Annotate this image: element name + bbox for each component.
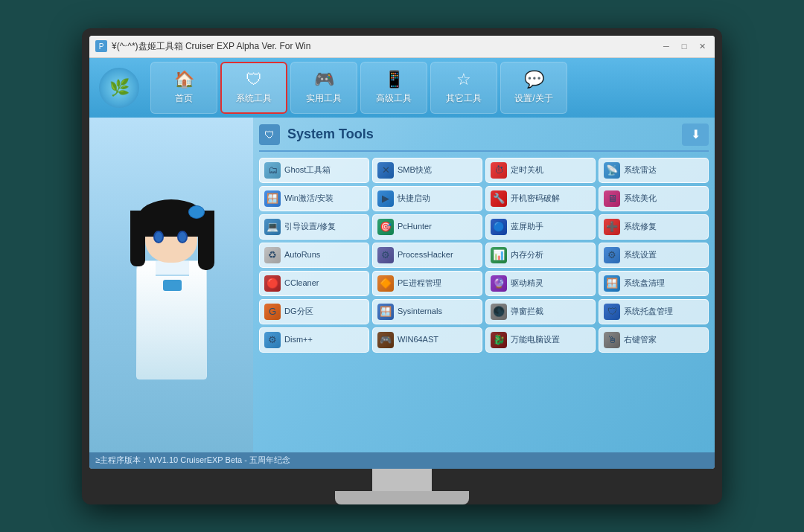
other-icon: ☆ xyxy=(456,70,471,89)
tool-btn-dism[interactable]: ⚙Dism++ xyxy=(259,327,369,353)
tool-btn-pe[interactable]: 🔶PE进程管理 xyxy=(372,271,482,296)
system-icon: 🛡 xyxy=(246,70,262,89)
tool-btn-smb[interactable]: ✕SMB快览 xyxy=(372,158,482,183)
nav-tab-other[interactable]: ☆ 其它工具 xyxy=(430,62,497,114)
tool-btn-processhacker[interactable]: ⚙ProcessHacker xyxy=(372,243,482,268)
logo-icon: 🌿 xyxy=(99,68,139,108)
tool-btn-win[interactable]: 🪟Win激活/安装 xyxy=(259,186,369,211)
status-text: ≥主程序版本：WV1.10 CruiserEXP Beta - 五周年纪念 xyxy=(95,455,290,466)
win64-label: WIN64AST xyxy=(398,335,438,344)
tool-btn-ccleaner[interactable]: 🔴CCleaner xyxy=(259,271,369,296)
timer-label: 定时关机 xyxy=(511,165,543,175)
tool-btn-radar[interactable]: 📡系统雷达 xyxy=(599,158,709,183)
dism-icon: ⚙ xyxy=(264,332,281,348)
nav-tab-home[interactable]: 🏠 首页 xyxy=(150,62,217,114)
content-area: 🛡 System Tools ⬇ 🗂Ghost工具箱✕SMB快览⏱定时关机📡系统… xyxy=(89,118,715,452)
tool-btn-pchunter[interactable]: 🎯PcHunter xyxy=(372,214,482,240)
radar-icon: 📡 xyxy=(604,162,620,179)
tool-btn-diskclean[interactable]: 🪟系统盘清理 xyxy=(599,271,709,296)
tool-btn-popup[interactable]: 🌑弹窗拦截 xyxy=(485,299,596,324)
nav-tab-system[interactable]: 🛡 系统工具 xyxy=(220,62,287,114)
autorun-label: AutoRuns xyxy=(284,250,320,260)
smb-label: SMB快览 xyxy=(398,165,432,175)
monitor-stand-base xyxy=(335,491,469,504)
tool-btn-beauty[interactable]: 🖥系统美化 xyxy=(599,186,709,211)
settings-icon: 💬 xyxy=(524,70,544,89)
minimize-button[interactable]: ─ xyxy=(660,39,673,53)
section-icon: 🛡 xyxy=(259,124,280,145)
bsod-label: 蓝屏助手 xyxy=(511,222,543,231)
driver-icon: 🔮 xyxy=(491,275,507,292)
monitor-screen: P ¥(^ᵕ^*)盘姬工具箱 Cruiser EXP Alpha Ver. Fo… xyxy=(89,36,715,469)
tool-btn-autorun[interactable]: ♻AutoRuns xyxy=(259,243,369,268)
pe-label: PE进程管理 xyxy=(398,278,441,288)
sysset-icon: ⚙ xyxy=(604,247,620,263)
tool-btn-rightclick[interactable]: 🖱右键管家 xyxy=(599,327,709,353)
app-logo: 🌿 xyxy=(97,65,141,110)
tool-btn-sysset[interactable]: ⚙系统设置 xyxy=(599,243,709,268)
pwd-label: 开机密码破解 xyxy=(511,193,560,203)
tool-btn-tray[interactable]: 🛡系统托盘管理 xyxy=(599,299,709,324)
tool-btn-quick[interactable]: ▶快捷启动 xyxy=(372,186,482,211)
sysinternals-icon: 🪟 xyxy=(377,304,394,320)
tool-btn-pwd[interactable]: 🔧开机密码破解 xyxy=(485,186,596,211)
nav-tab-settings[interactable]: 💬 设置/关于 xyxy=(500,62,567,114)
nav-other-label: 其它工具 xyxy=(446,92,482,105)
smb-icon: ✕ xyxy=(377,162,394,179)
tool-btn-boot[interactable]: 💻引导设置/修复 xyxy=(259,214,369,240)
navbar: 🌿 🏠 首页 🛡 系统工具 🎮 实用工具 📱 高级工具 xyxy=(89,58,715,118)
boot-icon: 💻 xyxy=(264,219,281,235)
tool-btn-bsod[interactable]: 🔵蓝屏助手 xyxy=(485,214,596,240)
home-icon: 🏠 xyxy=(174,70,194,89)
allset-label: 万能电脑设置 xyxy=(511,335,560,344)
monitor: P ¥(^ᵕ^*)盘姬工具箱 Cruiser EXP Alpha Ver. Fo… xyxy=(82,28,722,504)
maximize-button[interactable]: □ xyxy=(677,39,691,53)
memory-label: 内存分析 xyxy=(511,250,543,260)
autorun-icon: ♻ xyxy=(264,247,281,263)
tool-btn-driver[interactable]: 🔮驱动精灵 xyxy=(485,271,596,296)
tool-btn-ghost[interactable]: 🗂Ghost工具箱 xyxy=(259,158,369,183)
tool-btn-timer[interactable]: ⏱定时关机 xyxy=(485,158,596,183)
tool-btn-sysinternals[interactable]: 🪟Sysinternals xyxy=(372,299,482,324)
pe-icon: 🔶 xyxy=(377,275,394,292)
diskclean-icon: 🪟 xyxy=(604,275,620,292)
popup-icon: 🌑 xyxy=(491,304,507,320)
dism-label: Dism++ xyxy=(284,335,313,344)
rightclick-icon: 🖱 xyxy=(604,332,620,348)
allset-icon: 🐉 xyxy=(491,332,507,348)
win64-icon: 🎮 xyxy=(377,332,394,348)
pchunter-icon: 🎯 xyxy=(377,219,394,235)
ghost-icon: 🗂 xyxy=(264,162,281,179)
tool-btn-repair[interactable]: ➕系统修复 xyxy=(599,214,709,240)
nav-tab-advanced[interactable]: 📱 高级工具 xyxy=(360,62,427,114)
dg-icon: G xyxy=(264,304,281,320)
processhacker-icon: ⚙ xyxy=(377,247,394,263)
nav-system-label: 系统工具 xyxy=(236,92,272,105)
win-label: Win激活/安装 xyxy=(284,193,334,203)
tools-grid: 🗂Ghost工具箱✕SMB快览⏱定时关机📡系统雷达🪟Win激活/安装▶快捷启动🔧… xyxy=(259,158,709,353)
tray-icon: 🛡 xyxy=(604,304,620,320)
rightclick-label: 右键管家 xyxy=(624,335,657,344)
tool-btn-memory[interactable]: 📊内存分析 xyxy=(485,243,596,268)
nav-tab-utility[interactable]: 🎮 实用工具 xyxy=(290,62,357,114)
nav-utility-label: 实用工具 xyxy=(306,92,342,105)
app-icon: P xyxy=(95,40,107,52)
anime-character-panel xyxy=(89,118,253,452)
repair-label: 系统修复 xyxy=(624,222,657,231)
driver-label: 驱动精灵 xyxy=(511,278,543,288)
tool-btn-win64[interactable]: 🎮WIN64AST xyxy=(372,327,482,353)
tools-header: 🛡 System Tools ⬇ xyxy=(259,124,709,152)
monitor-stand-neck xyxy=(372,469,432,491)
quick-icon: ▶ xyxy=(377,190,394,207)
nav-home-label: 首页 xyxy=(175,92,193,105)
tool-btn-dg[interactable]: GDG分区 xyxy=(259,299,369,324)
tool-btn-allset[interactable]: 🐉万能电脑设置 xyxy=(485,327,596,353)
section-title: System Tools xyxy=(287,126,374,142)
close-button[interactable]: ✕ xyxy=(695,39,709,53)
window-controls: ─ □ ✕ xyxy=(660,39,709,53)
tray-label: 系统托盘管理 xyxy=(624,307,673,316)
beauty-label: 系统美化 xyxy=(624,193,657,203)
popup-label: 弹窗拦截 xyxy=(511,307,543,316)
nav-advanced-label: 高级工具 xyxy=(376,92,412,105)
download-button[interactable]: ⬇ xyxy=(682,124,709,146)
